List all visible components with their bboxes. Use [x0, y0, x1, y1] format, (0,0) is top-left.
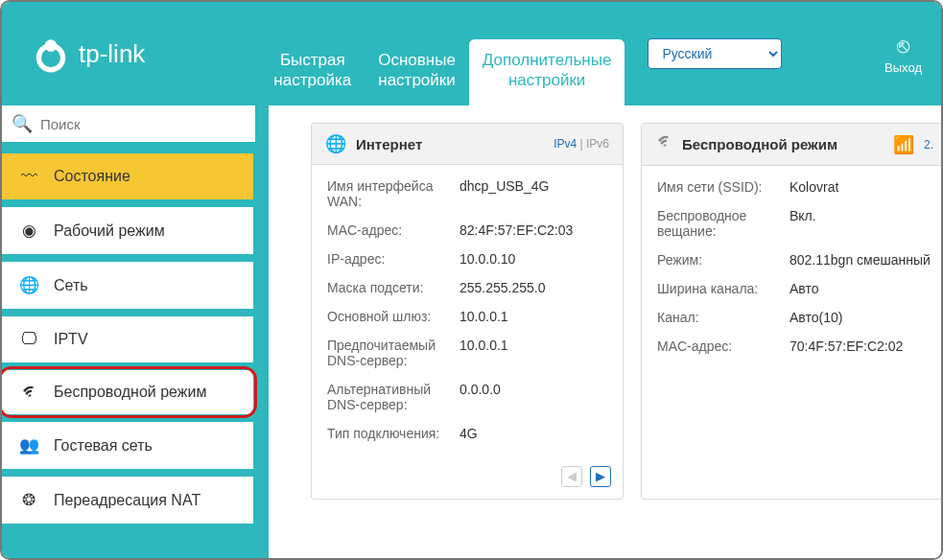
nat-icon: ❂ — [17, 490, 40, 510]
next-button[interactable]: ▶ — [590, 466, 611, 487]
monitor-icon: 🖵 — [17, 330, 40, 349]
sidebar-item-label: Переадресация NAT — [54, 492, 200, 509]
toggle-icon: ◉ — [17, 221, 40, 241]
logout-button[interactable]: ⎋ Выход — [884, 34, 922, 75]
language-select[interactable]: Русский — [648, 38, 782, 69]
globe-icon: 🌐 — [325, 133, 346, 154]
brand-logo: tp-link — [31, 34, 145, 74]
prev-button[interactable]: ◀ — [561, 466, 582, 487]
brand-text: tp-link — [79, 39, 145, 69]
wifi-icon — [17, 384, 40, 401]
card-internet: 🌐 Интернет IPv4 | IPv6 Имя интерфейса WA… — [311, 123, 624, 500]
svg-point-1 — [45, 39, 58, 52]
wifi-icon — [655, 133, 672, 155]
ipv6-toggle[interactable]: IPv6 — [586, 137, 609, 151]
exit-icon: ⎋ — [884, 34, 922, 58]
sidebar-item-iptv[interactable]: 🖵 IPTV — [2, 316, 253, 362]
logout-label: Выход — [884, 60, 922, 75]
tab-basic[interactable]: Основныенастройки — [365, 39, 469, 105]
sidebar-item-label: Состояние — [54, 168, 130, 185]
search-icon: 🔍 — [12, 113, 33, 134]
tab-advanced[interactable]: Дополнительныенастройки — [469, 39, 625, 105]
sidebar-item-wireless[interactable]: Беспроводной режим — [2, 370, 253, 414]
sidebar-item-nat[interactable]: ❂ Переадресация NAT — [2, 477, 253, 524]
sidebar-item-label: Рабочий режим — [54, 222, 165, 240]
search-input[interactable] — [40, 116, 246, 132]
pulse-icon: 〰 — [17, 167, 40, 186]
band-label: 2. — [924, 138, 933, 152]
sidebar-item-label: Сеть — [54, 277, 88, 294]
card-title: Беспроводной режим — [682, 136, 893, 152]
sidebar-item-status[interactable]: 〰 Состояние — [2, 153, 253, 199]
signal-icon: 📶 — [893, 134, 914, 155]
ipv4-toggle[interactable]: IPv4 — [554, 137, 577, 151]
sidebar-item-label: IPTV — [54, 331, 88, 348]
logo-icon — [31, 34, 71, 74]
sidebar-item-label: Гостевая сеть — [54, 437, 153, 455]
sidebar-item-network[interactable]: 🌐 Сеть — [2, 262, 253, 309]
globe-icon: 🌐 — [17, 275, 40, 295]
users-icon: 👥 — [17, 435, 40, 455]
search-box[interactable]: 🔍 — [2, 105, 255, 142]
sidebar-item-guest[interactable]: 👥 Гостевая сеть — [2, 422, 253, 469]
sidebar-item-label: Беспроводной режим — [54, 384, 206, 401]
card-wireless: Беспроводной режим 📶 2. Имя сети (SSID):… — [641, 123, 941, 500]
sidebar-item-opmode[interactable]: ◉ Рабочий режим — [2, 207, 253, 254]
card-title: Интернет — [356, 136, 554, 152]
tab-quick-setup[interactable]: Быстраянастройка — [260, 39, 365, 105]
